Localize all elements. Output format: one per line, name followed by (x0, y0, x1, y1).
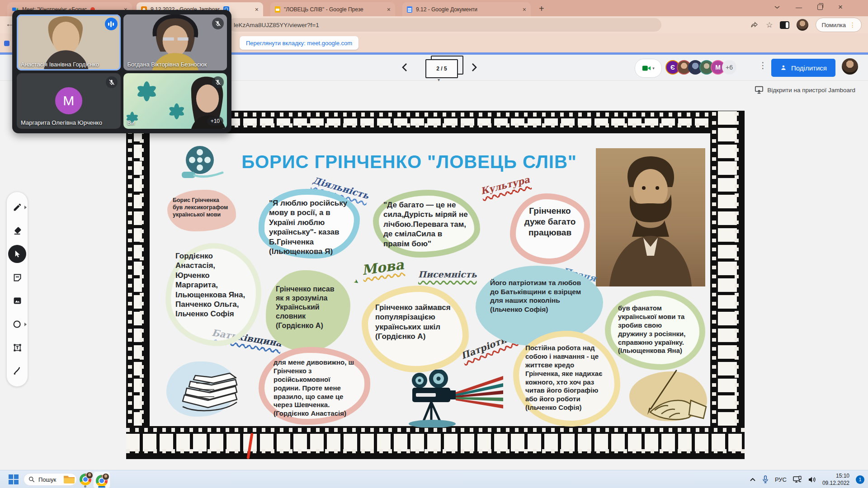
participant-name: Анастасія Іванівна Гордієнко (21, 61, 99, 68)
side-panel-icon[interactable] (780, 21, 789, 29)
speaking-indicator-icon (105, 18, 118, 30)
tool-sticky-note[interactable] (8, 268, 26, 286)
tool-eraser[interactable] (8, 222, 26, 240)
green-arrow-icon: ➤ (353, 277, 361, 286)
tool-image[interactable] (8, 292, 26, 310)
note-quote-strength[interactable]: "Де багато — це не сила,Дурість міряй не… (373, 190, 480, 258)
language-indicator[interactable]: РУС (775, 476, 787, 483)
chevron-down-icon: ▾ (652, 66, 655, 70)
note-fan[interactable]: був фанатом української мови та зробив с… (605, 290, 705, 370)
taskbar-clock[interactable]: 15:10 09.12.2022 (822, 472, 849, 487)
jam-profile-avatar[interactable] (842, 58, 858, 75)
mic-off-icon (106, 76, 118, 88)
open-on-device-icon (755, 86, 764, 94)
note-schools[interactable]: Грінченко займався популярізацією україн… (362, 286, 469, 372)
chrome-button-2[interactable] (93, 471, 110, 488)
meet-tile-1[interactable]: Анастасія Іванівна Гордієнко (17, 14, 121, 70)
clock-time: 15:10 (822, 472, 849, 479)
bookmark-favicon[interactable] (4, 41, 9, 46)
tab-docs[interactable]: 9.12 - Google Документи × (402, 2, 531, 16)
search-label: Пошук (38, 476, 56, 483)
mic-off-icon (212, 76, 224, 88)
start-button[interactable] (6, 470, 21, 488)
meet-tile-3[interactable]: M Маргарита Олегівна Юрченко (17, 73, 121, 129)
tab-close-icon[interactable]: × (523, 6, 526, 13)
bookmark-star-icon[interactable]: ☆ (766, 20, 773, 30)
participant-avatar-stack[interactable]: Є M +6 (665, 60, 736, 75)
screen: Meet: "Кінотренінг «Борис × 9.12.2022 - … (0, 0, 868, 488)
tab-close-icon[interactable]: × (255, 6, 259, 13)
next-frame-icon[interactable] (468, 62, 479, 73)
cursor-icon (13, 249, 22, 258)
laser-icon (13, 366, 22, 376)
participant-name: Богдана Вікторівна Безносюк (127, 61, 207, 68)
note-lexicographer[interactable]: Борис Грінченка був лексикографом україн… (167, 190, 236, 231)
tray-chevron-icon[interactable] (750, 477, 756, 482)
open-on-device-button[interactable]: Відкрити на пристрої Jamboard (755, 86, 855, 94)
kebab-menu-icon[interactable]: ⋮ (849, 23, 856, 27)
more-participants-badge[interactable]: +10 (207, 117, 223, 126)
tab-title: 9.12 - Google Документи (416, 6, 477, 13)
share-icon[interactable] (750, 21, 759, 29)
error-button[interactable]: Помилка ⋮ (816, 18, 862, 32)
more-options-icon[interactable]: ⋮ (759, 60, 767, 70)
file-explorer-button[interactable] (61, 470, 77, 488)
board-title: БОРИС ГРІНЧЕНКО "ЛОВЕЦЬ СЛІВ" (226, 152, 592, 172)
mic-off-icon (212, 18, 224, 29)
restore-icon[interactable] (817, 5, 823, 10)
address-bar[interactable]: leKzAma8UJZ85YY/viewer?f=1 (228, 18, 661, 32)
network-icon[interactable] (793, 476, 802, 483)
prev-frame-icon[interactable] (400, 62, 410, 73)
more-participants-badge: +6 (722, 60, 736, 75)
new-tab-button[interactable]: + (539, 4, 544, 14)
participant-initial-avatar: M (55, 87, 82, 114)
label-pysemnist: Писемність (418, 269, 477, 279)
speaker-icon[interactable] (808, 476, 816, 483)
address-url: leKzAma8UJZ85YY/viewer?f=1 (234, 22, 319, 28)
tool-select[interactable] (8, 245, 26, 263)
browser-profile-avatar[interactable] (797, 19, 808, 31)
hrinchenko-portrait (596, 148, 705, 286)
view-captured-tab-button[interactable]: Переглянути вкладку: meet.google.com (240, 36, 359, 50)
note-surprise[interactable]: для мене дивовижно, ш Грінченко з російс… (259, 347, 370, 425)
pen-icon (13, 202, 22, 212)
tab-close-icon[interactable]: × (387, 6, 391, 13)
eraser-icon (13, 226, 22, 235)
chrome-icon-wrap (95, 472, 108, 488)
chrome-icon (80, 474, 91, 485)
window-controls: — × (774, 3, 843, 12)
text-box-icon (13, 343, 22, 352)
meet-tile-4[interactable]: Ви +10 (123, 73, 227, 129)
notification-badge[interactable]: 1 (856, 475, 864, 484)
tool-laser[interactable] (8, 362, 26, 380)
tool-pen[interactable] (8, 198, 26, 216)
frame-indicator[interactable]: 2 / 5 (425, 59, 458, 78)
note-credo[interactable]: Постійна робота над собою і навчання - ц… (513, 331, 620, 427)
meet-quick-access[interactable]: ▾ (635, 59, 662, 78)
meet-camera-icon (642, 65, 651, 72)
circle-shape-icon (13, 319, 22, 329)
close-icon[interactable]: × (838, 3, 843, 12)
tool-shape[interactable] (8, 315, 26, 333)
projector-illustration (406, 370, 503, 427)
jam-tool-rail (6, 192, 28, 387)
note-team-list[interactable]: Гордієнко Анастасія, Юрченко Маргарита, … (165, 243, 261, 346)
note-worked-hard[interactable]: Грінченко дуже багато працював (510, 193, 590, 264)
meet-pip-overlay[interactable]: Анастасія Іванівна Гордієнко Богдана Вік… (12, 10, 231, 133)
note-dictionary[interactable]: Грінченко писав як я зрозуміла Українськ… (266, 270, 350, 352)
share-label: Поділитися (791, 64, 827, 72)
tool-text-box[interactable] (8, 338, 26, 357)
film-strip-left (126, 111, 150, 459)
tab-slides[interactable]: "ЛОВЕЦЬ СЛІВ" - Google Презе × (270, 2, 395, 16)
microphone-icon[interactable] (762, 475, 769, 483)
tab-title: "ЛОВЕЦЬ СЛІВ" - Google Презе (284, 6, 363, 13)
note-quote-language[interactable]: "Я люблю російську мову в росії, а в Укр… (259, 189, 360, 258)
minimize-icon[interactable]: — (796, 3, 802, 12)
label-mova: Мова (361, 257, 405, 278)
toolbar-right: ☆ Помилка ⋮ (750, 18, 862, 32)
share-button[interactable]: Поділитися (771, 59, 835, 77)
running-app-dot (84, 485, 86, 488)
meet-tile-2[interactable]: Богдана Вікторівна Безносюк (123, 14, 227, 70)
window-menu-icon[interactable] (774, 4, 780, 10)
error-label: Помилка (821, 22, 846, 28)
